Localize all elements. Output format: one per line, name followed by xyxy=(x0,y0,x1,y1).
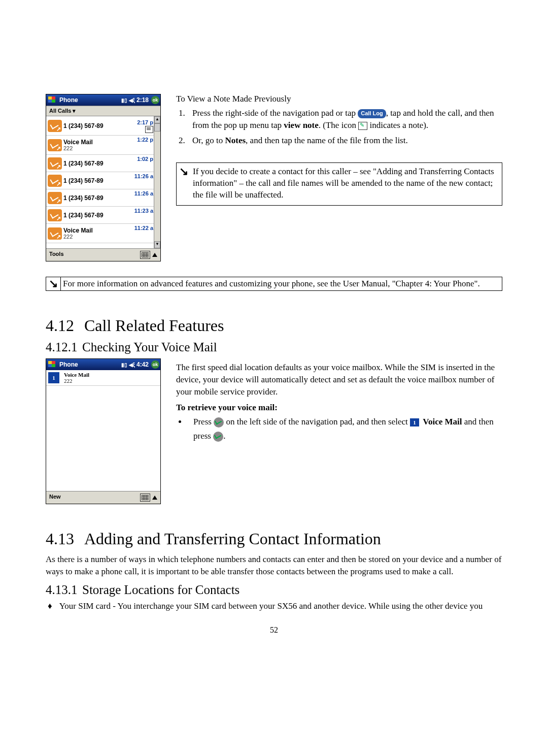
page-number: 52 xyxy=(46,626,502,635)
signal-icon: ▮▯ xyxy=(121,362,127,368)
scroll-down-icon[interactable]: ▼ xyxy=(154,241,160,248)
outgoing-call-icon xyxy=(48,227,62,240)
signal-icon: ▮▯ xyxy=(121,97,127,103)
new-menu[interactable]: New xyxy=(49,494,61,502)
app-title: Phone xyxy=(59,96,78,104)
tools-menu[interactable]: Tools xyxy=(49,251,64,259)
scrollbar[interactable]: ▲ ▼ xyxy=(154,116,160,248)
call-row[interactable]: 1 (234) 567-89 11:23 a xyxy=(46,207,160,224)
call-time: 2:17 p xyxy=(137,118,153,125)
outgoing-call-icon xyxy=(48,120,62,132)
call-sub: 222 xyxy=(63,145,73,151)
outgoing-call-icon xyxy=(48,157,62,170)
call-log-button-inline: Call Log xyxy=(358,109,386,118)
clock-time: 2:18 xyxy=(136,96,149,104)
sd-name: Voice Mail xyxy=(64,372,89,378)
heading-4-13: 4.13Adding and Transferring Contact Info… xyxy=(46,530,502,548)
keyboard-icon[interactable] xyxy=(140,251,150,259)
windows-logo-icon xyxy=(48,360,58,369)
caret-up-icon[interactable] xyxy=(152,496,157,500)
call-log-screenshot: Phone ▮▯ ◀ξ 2:18 ok All Calls ▾ 1 (234) … xyxy=(46,94,161,261)
subheading: To View a Note Made Previously xyxy=(176,94,502,104)
menubar: Tools xyxy=(46,248,160,261)
speaker-icon: ◀ξ xyxy=(129,97,135,103)
phone-hardkey-icon xyxy=(213,432,223,442)
retrieve-heading: To retrieve your voice mail: xyxy=(176,403,278,412)
call-number: 1 (234) 567-89 xyxy=(63,178,134,184)
windows-logo-icon xyxy=(48,96,58,104)
heading-4-12-1: 4.12.1Checking Your Voice Mail xyxy=(46,340,502,354)
scroll-thumb[interactable] xyxy=(154,123,160,132)
app-title: Phone xyxy=(59,361,78,368)
outgoing-call-icon xyxy=(48,209,62,221)
bullet-sim: Your SIM card - You interchange your SIM… xyxy=(48,601,502,611)
call-list: 1 (234) 567-89 2:17 p Voice Mail222 1:22… xyxy=(46,116,160,248)
note-glyph-icon: ↘ xyxy=(177,165,191,201)
heading-4-12: 4.12Call Related Features xyxy=(46,316,502,335)
call-row[interactable]: 1 (234) 567-89 1:02 p xyxy=(46,155,160,172)
call-number: 1 (234) 567-89 xyxy=(63,212,134,218)
keyboard-icon[interactable] xyxy=(140,494,150,502)
ok-button[interactable]: ok xyxy=(151,360,159,369)
p-4-13: As there is a number of ways in which te… xyxy=(46,553,502,578)
sd-sub: 222 xyxy=(64,378,73,384)
filter-dropdown[interactable]: All Calls ▾ xyxy=(46,106,160,116)
speaker-icon: ◀ξ xyxy=(129,362,135,368)
speed-dial-row[interactable]: 1 Voice Mail222 xyxy=(46,370,160,386)
caret-up-icon[interactable] xyxy=(152,253,157,257)
call-row[interactable]: Voice Mail222 1:22 p xyxy=(46,136,160,155)
titlebar: Phone ▮▯ ◀ξ 2:18 ok xyxy=(46,94,160,106)
call-number: Voice Mail xyxy=(63,139,93,146)
note-box: ↘ If you decide to create a contact for … xyxy=(176,162,502,206)
phone-hardkey-icon xyxy=(214,417,224,428)
scroll-up-icon[interactable]: ▲ xyxy=(154,116,160,123)
call-number: Voice Mail xyxy=(63,227,93,234)
call-number: 1 (234) 567-89 xyxy=(63,123,137,129)
titlebar: Phone ▮▯ ◀ξ 4:42 ok xyxy=(46,359,160,370)
ok-button[interactable]: ok xyxy=(151,96,159,104)
call-row[interactable]: Voice Mail222 11:22 a xyxy=(46,224,160,243)
voicemail-paragraph: The first speed dial location defaults a… xyxy=(176,361,502,398)
speed-dial-1-icon: 1 xyxy=(410,418,419,426)
note-icon xyxy=(145,126,153,133)
call-row[interactable]: 1 (234) 567-89 2:17 p xyxy=(46,116,160,136)
speed-dial-screenshot: Phone ▮▯ ◀ξ 4:42 ok 1 Voice Mail222 New xyxy=(46,358,161,504)
outgoing-call-icon xyxy=(48,192,62,204)
note-glyph-icon: ↘ xyxy=(46,277,61,290)
note-box: ↘ For more information on advanced featu… xyxy=(46,277,502,291)
call-sub: 222 xyxy=(63,234,73,240)
heading-4-13-1: 4.13.1Storage Locations for Contacts xyxy=(46,583,502,597)
menubar: New xyxy=(46,491,160,504)
note-file-icon xyxy=(358,122,367,130)
outgoing-call-icon xyxy=(48,175,62,187)
call-row[interactable]: 1 (234) 567-89 11:26 a xyxy=(46,172,160,189)
call-number: 1 (234) 567-89 xyxy=(63,160,137,167)
note-text: For more information on advanced feature… xyxy=(61,277,502,290)
call-number: 1 (234) 567-89 xyxy=(63,195,134,201)
speed-dial-1-icon: 1 xyxy=(48,372,59,383)
note-text: If you decide to create a contact for th… xyxy=(191,165,499,201)
step-1: Press the right-side of the navigation p… xyxy=(187,107,502,132)
clock-time: 4:42 xyxy=(136,361,149,368)
call-row[interactable]: 1 (234) 567-89 11:26 a xyxy=(46,189,160,207)
step-2: Or, go to Notes, and then tap the name o… xyxy=(187,135,502,147)
outgoing-call-icon xyxy=(48,139,62,151)
retrieve-step: Press on the left side of the navigation… xyxy=(187,415,502,442)
